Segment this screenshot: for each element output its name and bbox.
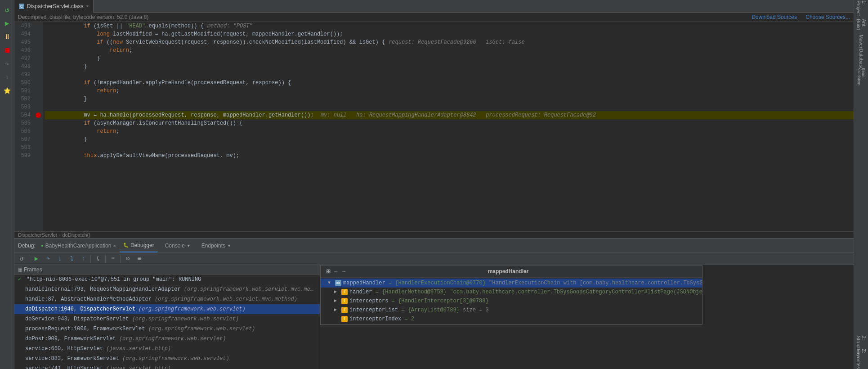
debug-label: Debug: — [18, 243, 36, 249]
code-content: 493 494 495 496 497 498 499 500 501 502 … — [14, 22, 854, 231]
breadcrumb-method[interactable]: doDispatch() — [63, 232, 90, 238]
resume-debug-button[interactable]: ▶ — [31, 253, 42, 264]
main-area: C DispatcherServlet.class × Decompiled .… — [14, 0, 854, 369]
frame-item-7[interactable]: service:883, FrameworkServlet (org.sprin… — [14, 354, 320, 364]
tab-close-button[interactable]: × — [86, 4, 89, 9]
step-out-debug-button[interactable]: ↑ — [78, 253, 89, 264]
var-item-interceptorindex[interactable]: ▶ f interceptorIndex = 2 — [321, 315, 702, 324]
dispatcher-servlet-tab[interactable]: C DispatcherServlet.class × — [14, 0, 94, 13]
frame-item-running[interactable]: ✓ "http-nio-8086-exec-10"@7,551 in group… — [14, 274, 320, 284]
var-type-f-icon-interceptors: f — [341, 298, 348, 304]
frames-list[interactable]: ✓ "http-nio-8086-exec-10"@7,551 in group… — [14, 274, 320, 369]
debug-toolbar: ↺ ▶ ↷ ↓ ⤵ ↑ ⤹ ⌨ ⊘ ≡ — [14, 252, 854, 265]
frame-item-1[interactable]: handle:87, AbstractHandlerMethodAdapter … — [14, 294, 320, 304]
step-into-button[interactable]: ⤵ — [1, 71, 13, 84]
rerun-debug-button[interactable]: ↺ — [16, 253, 27, 264]
frame-class-3: doService:943, DispatcherServlet — [25, 316, 132, 322]
code-line-508 — [45, 144, 854, 152]
frame-item-3[interactable]: doService:943, DispatcherServlet (org.sp… — [14, 314, 320, 324]
code-area: 493 494 495 496 497 498 499 500 501 502 … — [14, 22, 854, 369]
var-item-interceptorlist[interactable]: ▶ f interceptorList = {ArrayList@9789} s… — [321, 306, 702, 315]
choose-sources-link[interactable]: Choose Sources... — [805, 14, 850, 20]
endpoints-tab[interactable]: Endpoints ▼ — [198, 239, 235, 252]
frame-class-6: service:660, HttpServlet — [25, 346, 106, 352]
frames-header: ▦ Frames — [14, 265, 320, 274]
sidebar-item-antbuild[interactable]: Ant Build — [855, 19, 868, 32]
code-line-493: if (isGet || "HEAD".equals(method)) {met… — [45, 22, 854, 30]
evaluate-button[interactable]: ⌨ — [107, 253, 118, 264]
frame-pkg-4: (org.springframework.web.servlet) — [148, 326, 255, 332]
frame-item-4[interactable]: processRequest:1006, FrameworkServlet (o… — [14, 324, 320, 334]
frame-item-6[interactable]: service:660, HttpServlet (javax.servlet.… — [14, 344, 320, 354]
step-over-debug-button[interactable]: ↷ — [43, 253, 54, 264]
frame-pkg-7: (org.springframework.web.servlet) — [122, 356, 229, 362]
sidebar-item-database[interactable]: Database — [855, 53, 868, 66]
popup-title: ⊞ ← → mappedHandler — [321, 266, 702, 278]
step-over-button[interactable]: ↷ — [1, 58, 13, 70]
var-value-mappedhandler: = {HandlerExecutionChain@9770} — [385, 279, 486, 287]
code-line-497: } — [45, 54, 854, 63]
toolbar-sep2 — [90, 255, 91, 263]
frame-pkg-6: (javax.servlet.http) — [106, 346, 171, 352]
popup-back-button[interactable]: ← — [333, 268, 339, 274]
frame-item-5[interactable]: doPost:909, FrameworkServlet (org.spring… — [14, 334, 320, 344]
app-name-label[interactable]: BabyHealthCareApplication — [45, 243, 112, 249]
console-tab[interactable]: Console ▼ — [161, 239, 194, 252]
var-desc-handler: "com.baby.healthcare.controller.TbSysGoo… — [447, 288, 702, 296]
var-handler-expand[interactable]: ▶ — [334, 288, 340, 296]
resume-button[interactable]: ▶ — [1, 17, 13, 30]
popup-forward-button[interactable]: → — [341, 268, 347, 274]
sidebar-item-maven[interactable]: Maven — [855, 36, 868, 49]
frame-class-5: doPost:909, FrameworkServlet — [25, 336, 119, 342]
popup-filter-icon[interactable]: ⊞ — [326, 268, 331, 274]
var-interceptors-expand[interactable]: ▶ — [334, 297, 340, 305]
frame-item-0[interactable]: handleInternal:793, RequestMappingHandle… — [14, 284, 320, 294]
run-to-cursor-button[interactable]: ⤹ — [93, 253, 103, 264]
console-dropdown-arrow[interactable]: ▼ — [187, 243, 191, 248]
var-item-mappedhandler[interactable]: ▼ oo mappedHandler = {HandlerExecutionCh… — [321, 279, 702, 288]
frame-class-8: service:741, HttpServlet — [25, 365, 106, 369]
frame-item-2-active[interactable]: doDispatch:1040, DispatcherServlet (org.… — [14, 304, 320, 314]
var-interceptorlist-expand[interactable]: ▶ — [334, 306, 340, 314]
rerun-button[interactable]: ↺ — [1, 4, 13, 16]
debug-app-name: ● BabyHealthCareApplication × — [41, 243, 116, 249]
get-thread-dump-button[interactable]: ≡ — [134, 253, 145, 264]
view-breakpoints-button[interactable]: ⭐ — [1, 85, 13, 97]
var-type-oo-icon: oo — [335, 280, 341, 286]
step-into-debug-button[interactable]: ↓ — [54, 253, 65, 264]
stop-button[interactable]: ⏹ — [1, 44, 13, 57]
toggle-breakpoints-button[interactable]: ⊘ — [122, 253, 133, 264]
toolbar-sep1 — [29, 255, 29, 263]
frame-class-1: handle:87, AbstractHandlerMethodAdapter — [25, 296, 155, 302]
frame-item-8[interactable]: service:741, HttpServlet (javax.servlet.… — [14, 364, 320, 369]
right-sidebar: 1: Project Ant Build Maven Database Bean… — [854, 0, 868, 369]
endpoints-dropdown-arrow[interactable]: ▼ — [227, 243, 231, 248]
debugger-tab[interactable]: 🐛 Debugger — [120, 239, 158, 252]
frame-pkg-3: (org.springframework.web.servlet) — [132, 316, 239, 322]
sidebar-item-beanvalidation[interactable]: Bean Validation — [855, 70, 868, 83]
info-bar: Decompiled .class file, bytecode version… — [14, 13, 854, 22]
var-item-handler[interactable]: ▶ f handler = {HandlerMethod@9758} "com.… — [321, 288, 702, 297]
download-sources-link[interactable]: Download Sources — [752, 14, 797, 20]
var-item-interceptors[interactable]: ▶ f interceptors = {HandlerInterceptor[3… — [321, 297, 702, 306]
var-value-interceptors: = {HandlerInterceptor[3]@9788} — [388, 297, 488, 305]
breadcrumb-bar: DispatcherServlet › doDispatch() — [14, 231, 854, 238]
var-expand-icon[interactable]: ▼ — [328, 279, 334, 287]
pause-button[interactable]: ⏸ — [1, 31, 13, 43]
code-line-503 — [45, 103, 854, 111]
sidebar-item-favorites[interactable]: Z: Favorites — [855, 353, 868, 365]
code-line-507: } — [45, 135, 854, 144]
popup-nav-buttons: ⊞ ← → — [326, 268, 347, 274]
force-step-into-button[interactable]: ⤵ — [66, 253, 77, 264]
code-line-506: return; — [45, 127, 854, 135]
var-name-handler: handler — [349, 288, 372, 296]
sidebar-item-project[interactable]: 1: Project — [855, 2, 868, 14]
code-line-500: if (!mappedHandler.applyPreHandle(proces… — [45, 79, 854, 87]
breadcrumb-class[interactable]: DispatcherServlet — [18, 232, 57, 238]
code-line-502: } — [45, 95, 854, 103]
frame-pkg-5: (org.springframework.web.servlet) — [119, 336, 226, 342]
debug-session-close[interactable]: × — [113, 243, 116, 248]
code-line-505: if (asyncManager.isConcurrentHandlingSta… — [45, 119, 854, 127]
code-line-495: if ((new ServletWebRequest(request, resp… — [45, 38, 854, 46]
debug-controls: ↺ ▶ ⏸ ⏹ ↷ ⤵ ⭐ — [1, 2, 13, 99]
